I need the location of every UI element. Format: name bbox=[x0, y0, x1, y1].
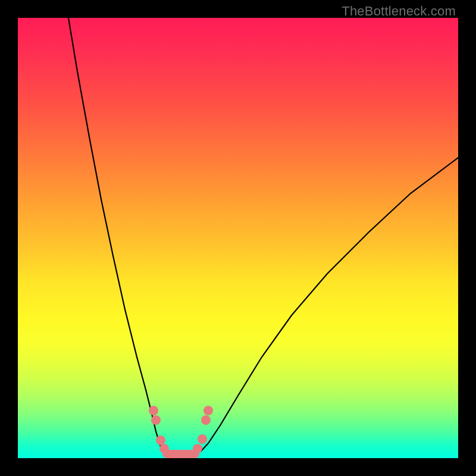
watermark-text: TheBottleneck.com bbox=[342, 4, 456, 19]
bottleneck-curve-svg bbox=[18, 18, 458, 458]
trough-marker-dot bbox=[193, 444, 202, 453]
trough-marker-dot bbox=[159, 444, 169, 453]
curve-right-branch bbox=[201, 158, 458, 451]
trough-marker-dot bbox=[156, 436, 165, 445]
trough-marker-dot bbox=[201, 415, 211, 425]
curve-left-branch bbox=[68, 18, 162, 451]
chart-plot-area bbox=[18, 18, 458, 458]
trough-marker-group bbox=[149, 406, 213, 454]
trough-marker-dot bbox=[149, 406, 158, 415]
trough-marker-dot bbox=[203, 406, 213, 415]
trough-marker-dot bbox=[198, 434, 207, 444]
trough-marker-dot bbox=[151, 415, 161, 425]
